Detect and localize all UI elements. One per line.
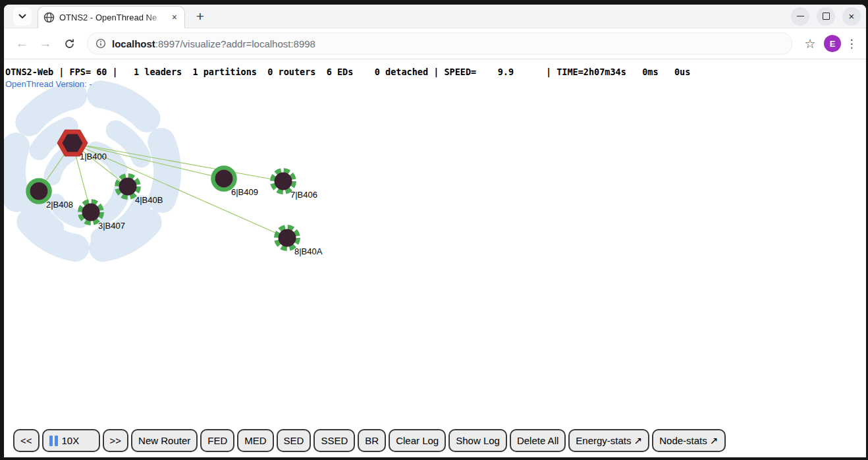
- back-button[interactable]: ←: [12, 34, 32, 53]
- show-log-button[interactable]: Show Log: [448, 429, 507, 452]
- energy-stats-button[interactable]: Energy-stats ↗: [568, 429, 649, 452]
- add-br-button[interactable]: BR: [358, 429, 386, 452]
- node-8[interactable]: 8|B40A: [277, 227, 323, 257]
- maximize-icon: [823, 13, 830, 20]
- node-label: 1|B400: [80, 152, 107, 161]
- node-core: [119, 178, 137, 196]
- node-label: 3|B407: [98, 221, 125, 231]
- close-window-button[interactable]: ×: [842, 7, 861, 26]
- node-label: 2|B408: [46, 200, 73, 210]
- window-controls: ×: [791, 7, 861, 26]
- openthread-version-link[interactable]: OpenThread Version: -: [5, 79, 92, 89]
- minimize-icon: [797, 16, 804, 17]
- add-sed-button[interactable]: SED: [277, 429, 312, 452]
- status-bar: OTNS2-Web | FPS= 60 | 1 leaders 1 partit…: [5, 67, 690, 90]
- node-7[interactable]: 7|B406: [273, 171, 317, 200]
- node-label: 6|B409: [231, 187, 258, 197]
- node-core: [275, 173, 292, 190]
- node-label: 7|B406: [290, 190, 317, 200]
- add-ssed-button[interactable]: SSED: [313, 429, 355, 452]
- node-core: [82, 204, 100, 221]
- node-label: 8|B40A: [294, 246, 323, 256]
- add-fed-button[interactable]: FED: [200, 429, 234, 452]
- add-med-button[interactable]: MED: [237, 429, 273, 452]
- address-bar[interactable]: localhost:8997/visualize?addr=localhost:…: [87, 32, 792, 55]
- reload-icon: [64, 38, 75, 49]
- pause-speed-button[interactable]: 10X: [42, 429, 100, 452]
- sim-stats-text: OTNS2-Web | FPS= 60 | 1 leaders 1 partit…: [5, 67, 690, 77]
- browser-tab-strip: OTNS2 - OpenThread Ne × + ×: [4, 5, 866, 28]
- new-router-button[interactable]: New Router: [131, 429, 198, 452]
- profile-avatar[interactable]: E: [824, 35, 841, 52]
- browser-tab[interactable]: OTNS2 - OpenThread Ne ×: [38, 6, 185, 28]
- node-core: [30, 183, 48, 200]
- clear-log-label: Clear Log: [396, 435, 439, 446]
- browser-window: OTNS2 - OpenThread Ne × + × ← → localhos…: [4, 5, 866, 457]
- pause-icon: [49, 436, 58, 446]
- url-host: localhost: [112, 38, 155, 49]
- site-info-icon[interactable]: [95, 38, 106, 49]
- chevron-down-icon: [18, 14, 26, 19]
- node-6[interactable]: 6|B409: [213, 168, 258, 198]
- tab-search-button[interactable]: [13, 7, 32, 26]
- globe-favicon-icon: [43, 12, 55, 23]
- delete-all-label: Delete All: [517, 435, 558, 446]
- forward-button[interactable]: →: [36, 34, 55, 53]
- reload-button[interactable]: [59, 34, 79, 53]
- speed-label: 10X: [62, 435, 80, 446]
- menu-kebab-icon[interactable]: ⋮: [845, 34, 858, 53]
- energy-stats-label: Energy-stats ↗: [576, 435, 642, 447]
- tab-close-icon[interactable]: ×: [170, 12, 179, 22]
- sed-label: SED: [284, 435, 304, 446]
- med-label: MED: [244, 435, 266, 446]
- tab-title: OTNS2 - OpenThread Ne: [59, 13, 165, 22]
- speed-increase-label: >>: [110, 435, 122, 446]
- node-core: [279, 229, 296, 247]
- new-router-label: New Router: [138, 435, 190, 446]
- node-core: [215, 170, 233, 188]
- network-canvas: 1|B4002|B4083|B4074|B40B6|B4097|B4068|B4…: [4, 59, 866, 457]
- show-log-label: Show Log: [456, 435, 500, 446]
- speed-decrease-button[interactable]: <<: [13, 429, 40, 452]
- control-bar: << 10X >> New Router FED MED SED SSED BR…: [13, 429, 726, 452]
- clear-log-button[interactable]: Clear Log: [389, 429, 446, 452]
- speed-decrease-label: <<: [20, 435, 32, 446]
- bookmark-star-icon[interactable]: ☆: [800, 34, 820, 53]
- watermark-logo: [4, 73, 188, 269]
- browser-toolbar: ← → localhost:8997/visualize?addr=localh…: [4, 28, 866, 59]
- ssed-label: SSED: [321, 435, 348, 446]
- node-label: 4|B40B: [135, 195, 163, 205]
- new-tab-button[interactable]: +: [190, 7, 210, 26]
- url-path: :8997/visualize?addr=localhost:8998: [155, 38, 315, 49]
- minimize-button[interactable]: [791, 7, 809, 26]
- node-stats-button[interactable]: Node-stats ↗: [652, 429, 725, 452]
- fed-label: FED: [207, 435, 227, 446]
- delete-all-button[interactable]: Delete All: [510, 429, 566, 452]
- url-text: localhost:8997/visualize?addr=localhost:…: [112, 38, 315, 49]
- maximize-button[interactable]: [817, 7, 835, 26]
- node-stats-label: Node-stats ↗: [659, 435, 718, 447]
- speed-increase-button[interactable]: >>: [103, 429, 129, 452]
- br-label: BR: [365, 435, 379, 446]
- otns-visualizer-page: 1|B4002|B4083|B4074|B40B6|B4097|B4068|B4…: [4, 59, 866, 457]
